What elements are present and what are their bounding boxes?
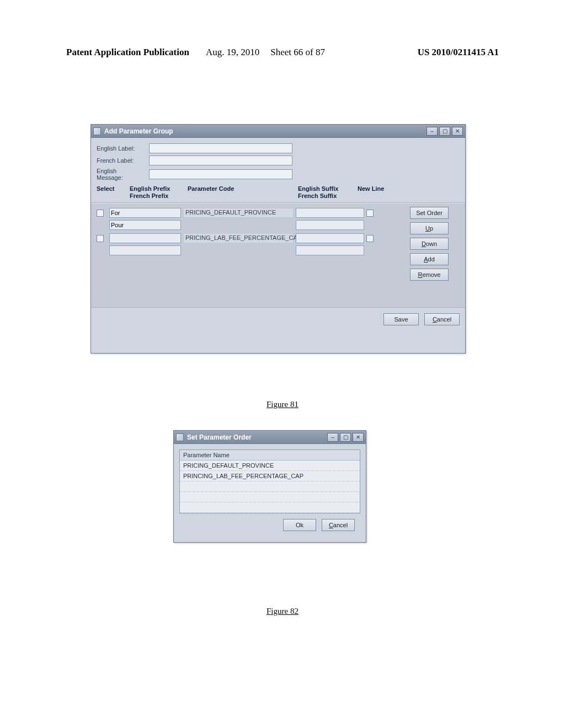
french-label-input[interactable]	[149, 156, 292, 165]
english-label-label: English Label:	[97, 145, 149, 152]
new-line-checkbox[interactable]	[366, 235, 374, 242]
english-message-label: English Message:	[97, 168, 149, 181]
parameter-list[interactable]: Parameter Name PRICING_DEFAULT_PROVINCE …	[179, 449, 360, 513]
minimize-button[interactable]: –	[327, 433, 338, 442]
french-prefix-input[interactable]	[109, 245, 181, 255]
minimize-button[interactable]: –	[427, 127, 438, 136]
dialog-title: Add Parameter Group	[104, 127, 173, 135]
select-checkbox[interactable]	[97, 210, 104, 217]
ok-button[interactable]: Ok	[283, 519, 316, 531]
figure-81-caption: Figure 81	[0, 400, 565, 409]
close-button[interactable]: ✕	[452, 127, 463, 136]
english-suffix-input[interactable]	[296, 208, 364, 218]
save-button[interactable]: Save	[383, 313, 419, 325]
publication-number: US 2010/0211415 A1	[418, 47, 499, 58]
english-label-input[interactable]	[149, 143, 292, 153]
english-message-input[interactable]	[149, 169, 292, 179]
parameter-code-cell: PRICING_DEFAULT_PROVINCE	[183, 208, 294, 218]
french-prefix-input[interactable]	[109, 220, 181, 230]
english-prefix-input[interactable]	[109, 233, 181, 243]
publication-label: Patent Application Publication	[66, 47, 189, 58]
list-item[interactable]	[180, 481, 360, 492]
add-button[interactable]: Add	[410, 253, 449, 265]
french-suffix-input[interactable]	[296, 245, 364, 255]
app-icon	[176, 433, 184, 441]
english-suffix-input[interactable]	[296, 233, 364, 243]
new-line-checkbox[interactable]	[366, 210, 374, 217]
up-button[interactable]: Up	[410, 222, 449, 234]
list-item[interactable]	[180, 502, 360, 513]
english-prefix-input[interactable]	[109, 208, 181, 218]
french-suffix-input[interactable]	[296, 220, 364, 230]
dialog-title: Set Parameter Order	[187, 433, 252, 441]
list-item[interactable]	[180, 492, 360, 502]
french-label-label: French Label:	[97, 157, 149, 164]
page-header: Patent Application Publication Aug. 19, …	[66, 47, 499, 58]
titlebar: Set Parameter Order – ▢ ✕	[174, 431, 366, 444]
app-icon	[93, 127, 101, 135]
add-parameter-group-dialog: Add Parameter Group – ▢ ✕ English Label:…	[90, 124, 466, 354]
list-header: Parameter Name	[180, 450, 360, 461]
maximize-button[interactable]: ▢	[439, 127, 450, 136]
remove-button[interactable]: Remove	[410, 269, 449, 281]
close-button[interactable]: ✕	[353, 433, 364, 442]
list-item[interactable]: PRINCING_LAB_FEE_PERCENTAGE_CAP	[180, 471, 360, 481]
select-checkbox[interactable]	[97, 235, 104, 242]
list-item[interactable]: PRICING_DEFAULT_PROVINCE	[180, 461, 360, 471]
figure-82-caption: Figure 82	[0, 607, 565, 616]
parameter-code-cell: PRICING_LAB_FEE_PERCENTAGE_CAP	[183, 233, 294, 243]
parameter-row: PRICING_LAB_FEE_PERCENTAGE_CAP	[97, 232, 389, 256]
publication-date: Aug. 19, 2010	[206, 47, 259, 58]
titlebar: Add Parameter Group – ▢ ✕	[91, 125, 465, 138]
parameter-row: PRICING_DEFAULT_PROVINCE	[97, 207, 389, 231]
set-parameter-order-dialog: Set Parameter Order – ▢ ✕ Parameter Name…	[173, 430, 366, 543]
set-order-button[interactable]: Set Order	[410, 207, 449, 219]
down-button[interactable]: Down	[410, 238, 449, 250]
sheet-number: Sheet 66 of 87	[270, 47, 325, 58]
column-headers: Select English Prefix French Prefix Para…	[91, 183, 465, 203]
cancel-button[interactable]: Cancel	[322, 519, 355, 531]
maximize-button[interactable]: ▢	[340, 433, 351, 442]
cancel-button[interactable]: Cancel	[424, 313, 460, 325]
